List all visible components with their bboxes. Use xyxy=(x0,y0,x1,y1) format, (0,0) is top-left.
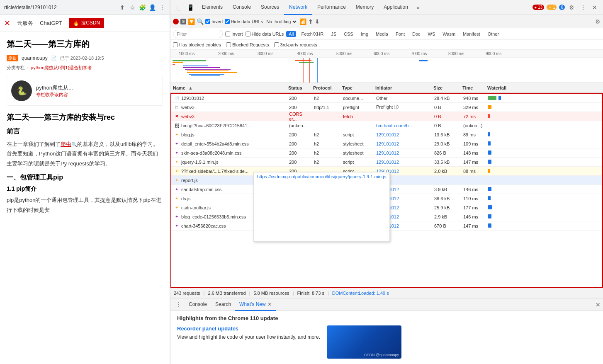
profile-icon[interactable]: 👤 xyxy=(149,4,156,11)
filter-img[interactable]: Img xyxy=(358,31,371,37)
svg-rect-4 xyxy=(183,67,220,68)
doc-icon: 📄 xyxy=(51,56,57,61)
row-initiator-8: 129101012 xyxy=(374,160,433,165)
filter-manifest[interactable]: Manifest xyxy=(460,31,483,37)
search-icon[interactable]: 🔍 xyxy=(197,18,204,25)
bottom-tab-console[interactable]: Console xyxy=(185,298,211,311)
settings-icon[interactable]: ⚙ xyxy=(567,2,576,12)
disable-cache-checkbox[interactable]: Hide data URLs xyxy=(225,19,263,24)
table-row[interactable]: ✦ skin-sea-d3a08c2048.min.css 200 h2 sty… xyxy=(171,148,602,158)
update-section-title[interactable]: Recorder panel updates xyxy=(177,325,320,332)
filter-doc[interactable]: Doc xyxy=(410,31,423,37)
filter-all[interactable]: All xyxy=(286,31,296,37)
row-size-2: 0 B xyxy=(433,105,462,110)
fire-icon: 🔥 xyxy=(73,20,79,26)
col-header-status[interactable]: Status xyxy=(287,85,311,90)
col-header-time[interactable]: Time xyxy=(461,85,486,90)
filter-other[interactable]: Other xyxy=(485,31,502,37)
row-size-13: 25.9 kB xyxy=(433,205,462,210)
more-tabs-icon[interactable]: » xyxy=(413,2,423,12)
third-party-checkbox[interactable]: 3rd-party requests xyxy=(274,42,317,47)
col-header-name[interactable]: Name ▲ xyxy=(170,85,287,90)
table-row[interactable]: ✕ webv3 CORS er... fetch 0 B 72 ms xyxy=(171,112,602,121)
row-status-2: 200 xyxy=(287,105,312,110)
row-size-4: 0 B xyxy=(433,123,462,128)
col-header-size[interactable]: Size xyxy=(432,85,461,90)
tab-application[interactable]: Application xyxy=(379,0,413,15)
bottom-tab-whats-new[interactable]: What's New ✕ xyxy=(235,298,276,311)
row-protocol-7: h2 xyxy=(312,150,341,155)
row-time-14: 146 ms xyxy=(462,214,486,219)
filter-css[interactable]: CSS xyxy=(341,31,356,37)
error-icon: ✕ xyxy=(174,114,180,119)
table-row[interactable]: □ webv3 200 http/1.1 preflight Preflight… xyxy=(171,103,602,112)
author-name[interactable]: quanmoupy xyxy=(22,55,48,61)
row-protocol-5: h2 xyxy=(312,132,341,137)
tab-memory[interactable]: Memory xyxy=(351,0,379,15)
devtools-panel: ⬚ 📱 Elements Console Sources Network Per… xyxy=(170,0,603,364)
bottom-more-icon[interactable]: ⋮ xyxy=(173,301,185,308)
network-settings-icon[interactable]: ⚙ xyxy=(595,18,601,25)
inspect-icon[interactable]: ⬚ xyxy=(174,2,184,12)
table-row[interactable]: 📄 129101012 200 h2 docume... Other 28.4 … xyxy=(171,94,602,103)
update-text: Recorder panel updates View and highligh… xyxy=(177,325,320,341)
hide-urls-checkbox[interactable]: Hide data URLs xyxy=(246,32,284,36)
device-icon[interactable]: 📱 xyxy=(185,2,195,12)
extension-icon[interactable]: 🧩 xyxy=(139,4,146,11)
close-whats-new-tab[interactable]: ✕ xyxy=(267,301,272,307)
tab-elements[interactable]: Elements xyxy=(197,0,228,15)
table-row[interactable]: 🖼 hm.gif?hca=60C23F2ECD15841... (unkno..… xyxy=(171,121,602,130)
nav-chatgpt[interactable]: ChatGPT xyxy=(40,20,62,26)
devtools-toolbar: ⬚ 📱 Elements Console Sources Network Per… xyxy=(170,0,603,15)
update-image: CSDN @quanmoupy xyxy=(327,325,401,359)
bottom-tab-search[interactable]: Search xyxy=(211,298,235,311)
tab-performance[interactable]: Performance xyxy=(312,0,351,15)
nav-cloud[interactable]: 云服务 xyxy=(17,19,33,27)
row-waterfall-14 xyxy=(486,214,602,219)
close-devtools-icon[interactable]: ✕ xyxy=(590,2,600,12)
table-row[interactable]: ✦ detail_enter-55b4b2a4d8.min.css 200 h2… xyxy=(171,139,602,148)
update-img-label: CSDN @quanmoupy xyxy=(364,353,399,357)
col-header-protocol[interactable]: Protocol xyxy=(311,85,340,90)
svg-rect-3 xyxy=(183,66,208,66)
sort-icon: ▲ xyxy=(188,85,193,90)
row-protocol-2: http/1.1 xyxy=(312,105,341,110)
devtools-more-icon[interactable]: ⋮ xyxy=(578,2,588,12)
section2-heading: 一、包管理工具pip xyxy=(7,173,163,182)
table-row[interactable]: ✦ blog.js 200 h2 script 129101012 13.6 k… xyxy=(171,130,602,139)
search-button[interactable]: 🔥 搜CSDN xyxy=(69,18,104,28)
col-header-type[interactable]: Type xyxy=(340,85,374,90)
category-link[interactable]: python爬虫从0到1(适合初学者 xyxy=(31,65,92,70)
row-status-6: 200 xyxy=(287,141,312,146)
crawl-link[interactable]: 爬虫 xyxy=(61,141,71,147)
featured-link[interactable]: 专栏收录该内容 xyxy=(36,92,73,98)
record-button[interactable] xyxy=(173,19,179,24)
share-icon[interactable]: ⬆ xyxy=(119,4,126,11)
stop-button[interactable]: ⊘ xyxy=(180,19,186,24)
more-icon[interactable]: ⋮ xyxy=(159,4,165,11)
filter-wasm[interactable]: Wasm xyxy=(440,31,458,37)
tab-console[interactable]: Console xyxy=(228,0,256,15)
throttle-select[interactable]: No throttling xyxy=(265,19,298,24)
row-size-7: 826 B xyxy=(433,150,462,155)
invert-checkbox[interactable]: Invert xyxy=(225,32,243,36)
bookmark-icon[interactable]: ☆ xyxy=(129,4,136,11)
blocked-requests-checkbox[interactable]: Blocked Requests xyxy=(226,42,269,47)
col-header-waterfall[interactable]: Waterfall xyxy=(486,85,603,90)
filter-ws[interactable]: WS xyxy=(426,31,438,37)
tab-network[interactable]: Network xyxy=(284,0,312,15)
preserve-log-checkbox[interactable]: Invert xyxy=(205,19,223,24)
filter-fetch-xhr[interactable]: Fetch/XHR xyxy=(299,31,326,37)
filter-input[interactable] xyxy=(173,30,223,38)
close-bottom-panel[interactable]: ✕ xyxy=(596,301,601,308)
row-time-7: 148 ms xyxy=(462,150,486,155)
filter-font[interactable]: Font xyxy=(393,31,407,37)
filter-media[interactable]: Media xyxy=(373,31,391,37)
page-content: 第二天——第三方库的 原创 quanmoupy 📄 已于 2023-02-18 … xyxy=(0,32,170,364)
filter-icon[interactable]: 🔽 xyxy=(188,18,195,25)
table-row[interactable]: ✦ jquery-1.9.1.min.js 200 h2 script 1291… xyxy=(171,158,602,167)
col-header-initiator[interactable]: Initiator xyxy=(374,85,432,90)
tab-sources[interactable]: Sources xyxy=(256,0,284,15)
filter-js[interactable]: JS xyxy=(328,31,339,37)
blocked-cookies-checkbox[interactable]: Has blocked cookies xyxy=(173,42,221,47)
